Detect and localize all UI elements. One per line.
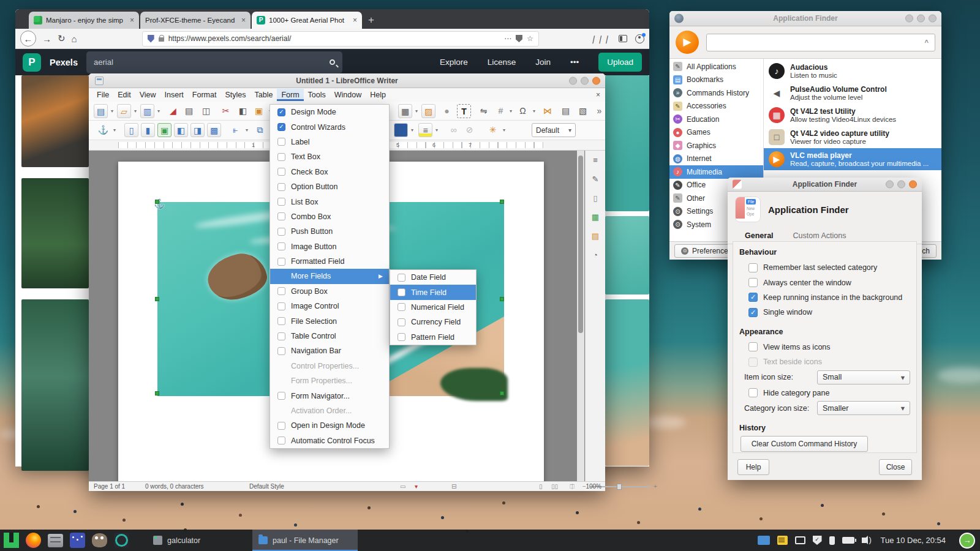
file-manager-launcher[interactable] bbox=[44, 530, 66, 551]
pagenum-dropdown-icon[interactable]: ▾ bbox=[507, 104, 514, 118]
sidebars-icon[interactable] bbox=[619, 35, 627, 42]
url-bar[interactable]: https://www.pexels.com/search/aerial/ ⋯ … bbox=[142, 31, 539, 47]
category-accessories[interactable]: ✎Accessories bbox=[669, 100, 763, 113]
insert-image-icon[interactable]: ▨ bbox=[421, 104, 435, 118]
book-view-icon[interactable]: ⊟ bbox=[451, 483, 456, 490]
category-icon-size-select[interactable]: Smaller▾ bbox=[817, 401, 910, 415]
paste-icon[interactable]: ▣ bbox=[252, 104, 266, 118]
menu-item-image-control[interactable]: Image Control bbox=[270, 299, 389, 313]
app-audacious[interactable]: ♪AudaciousListen to music bbox=[764, 60, 941, 82]
screenshot-launcher[interactable] bbox=[110, 530, 132, 551]
checkbox-hide-category-pane[interactable]: Hide category pane bbox=[739, 385, 910, 400]
tracking-shield-icon[interactable] bbox=[148, 35, 154, 43]
styles-deck-icon[interactable]: ▦ bbox=[592, 212, 599, 222]
photo-thumbnail[interactable] bbox=[605, 299, 649, 466]
book-mode-view-icon[interactable]: ⎅ bbox=[570, 483, 575, 490]
cut-icon[interactable]: ✂ bbox=[219, 104, 233, 118]
reload-button[interactable]: ↻ bbox=[58, 33, 66, 44]
app-qt-v4l2-capture[interactable]: □Qt V4L2 video capture utilityViewer for… bbox=[764, 126, 941, 148]
toolbar-overflow-icon[interactable]: » bbox=[592, 104, 606, 118]
anchor-dropdown-icon[interactable]: ▾ bbox=[111, 123, 118, 137]
category-all-applications[interactable]: ✎All Applications bbox=[669, 60, 763, 73]
menu-item-automatic-control-focus[interactable]: Automatic Control Focus bbox=[270, 433, 389, 448]
page-actions-icon[interactable]: ⋯ bbox=[504, 34, 511, 43]
formatting-marks-icon[interactable]: ⇋ bbox=[477, 104, 491, 118]
wrap-icon[interactable]: ⋈ bbox=[540, 104, 554, 118]
minimize-button[interactable] bbox=[905, 15, 913, 23]
save-icon[interactable]: ▥ bbox=[140, 104, 154, 118]
home-button[interactable]: ⌂ bbox=[72, 34, 77, 44]
wrap-ideal-icon[interactable]: ▣ bbox=[157, 123, 172, 137]
close-button[interactable] bbox=[592, 77, 600, 84]
menu-item-label-control[interactable]: Label bbox=[270, 135, 389, 149]
clone-dropdown-icon[interactable]: ▾ bbox=[500, 123, 508, 137]
item-icon-size-select[interactable]: Small▾ bbox=[817, 370, 910, 384]
gallery-deck-icon[interactable]: ▤ bbox=[592, 231, 599, 241]
text-box-icon[interactable]: T bbox=[457, 104, 471, 118]
border-color-icon[interactable] bbox=[394, 123, 408, 137]
photo-thumbnail[interactable] bbox=[21, 178, 89, 288]
menu-item-formatted-field[interactable]: Formatted Field bbox=[270, 254, 389, 269]
menu-item-group-box[interactable]: Group Box bbox=[270, 284, 389, 299]
menu-item-combo-box[interactable]: Combo Box bbox=[270, 209, 389, 224]
clone-formatting-icon[interactable]: ✳ bbox=[486, 123, 500, 137]
pexels-search-input[interactable]: aerial bbox=[86, 51, 342, 73]
security-shield-icon[interactable]: ✓ bbox=[813, 536, 822, 545]
menu-insert[interactable]: Insert bbox=[160, 89, 188, 101]
session-menu-button[interactable]: → bbox=[959, 533, 975, 549]
print-icon[interactable]: ▤ bbox=[182, 104, 196, 118]
nav-join[interactable]: Join bbox=[535, 58, 551, 67]
navigator-deck-icon[interactable]: ◔ bbox=[593, 250, 598, 260]
forward-button[interactable]: → bbox=[42, 34, 51, 44]
align-icon[interactable]: ⫦ bbox=[228, 123, 243, 137]
category-bookmarks[interactable]: ▤Bookmarks bbox=[669, 73, 763, 87]
zoom-percent[interactable]: 100% bbox=[586, 483, 601, 490]
menu-item-file-selection[interactable]: File Selection bbox=[270, 313, 389, 328]
url-text[interactable]: https://www.pexels.com/search/aerial/ bbox=[168, 34, 500, 43]
menu-item-design-mode[interactable]: Design Mode bbox=[270, 105, 389, 119]
close-button[interactable] bbox=[929, 15, 937, 23]
upload-button[interactable]: Upload bbox=[598, 53, 642, 72]
notes-tray-icon[interactable] bbox=[777, 536, 788, 545]
photo-thumbnail[interactable] bbox=[21, 75, 89, 167]
gimp-launcher[interactable] bbox=[88, 530, 110, 551]
footer-icon[interactable]: ▧ bbox=[576, 104, 590, 118]
menu-item-control-wizards[interactable]: Control Wizards bbox=[270, 119, 389, 134]
wrap-right-icon[interactable]: ◨ bbox=[190, 123, 205, 137]
insert-table-icon[interactable]: ▦ bbox=[398, 104, 412, 118]
menu-tools[interactable]: Tools bbox=[304, 89, 330, 101]
photo-thumbnail[interactable] bbox=[605, 216, 649, 294]
app-pulseaudio[interactable]: ◀PulseAudio Volume ControlAdjust the vol… bbox=[764, 82, 941, 104]
arrange-icon[interactable]: ⧉ bbox=[253, 123, 267, 137]
nav-license[interactable]: License bbox=[488, 58, 516, 67]
back-button[interactable]: ← bbox=[20, 31, 36, 47]
menu-item-image-button[interactable]: Image Button bbox=[270, 239, 389, 254]
tab-close-icon[interactable]: × bbox=[241, 16, 246, 24]
frame-style-combobox[interactable]: Default ▾ bbox=[532, 123, 576, 137]
clear-history-button[interactable]: Clear Custom Command History bbox=[741, 436, 868, 452]
account-icon[interactable] bbox=[635, 34, 644, 43]
resize-handle[interactable] bbox=[155, 297, 159, 301]
firefox-launcher[interactable] bbox=[22, 530, 44, 551]
minimize-button[interactable] bbox=[886, 181, 894, 189]
new-document-icon[interactable]: ▤ bbox=[94, 104, 108, 118]
category-commands-history[interactable]: »Commands History bbox=[669, 86, 763, 100]
menu-form[interactable]: Form bbox=[277, 89, 303, 101]
checkbox-center-window[interactable]: Always center the window bbox=[739, 275, 910, 290]
close-button[interactable] bbox=[909, 181, 917, 189]
checkbox[interactable] bbox=[748, 263, 758, 272]
new-dropdown-icon[interactable]: ▾ bbox=[108, 104, 116, 118]
checkbox-keep-running[interactable]: Keep running instance in the background bbox=[739, 290, 910, 305]
checkbox[interactable] bbox=[748, 293, 758, 302]
menu-format[interactable]: Format bbox=[188, 89, 221, 101]
nav-explore[interactable]: Explore bbox=[440, 58, 468, 67]
finder-search-input[interactable]: ^ bbox=[706, 34, 935, 51]
menu-item-form-navigator[interactable]: Form Navigator... bbox=[270, 388, 389, 403]
save-dropdown-icon[interactable]: ▾ bbox=[155, 104, 162, 118]
scrollbar-thumb[interactable] bbox=[578, 156, 583, 333]
resize-handle[interactable] bbox=[155, 391, 159, 395]
maximize-button[interactable] bbox=[897, 181, 905, 189]
wrap-left-icon[interactable]: ◧ bbox=[174, 123, 188, 137]
category-multimedia[interactable]: ♪Multimedia bbox=[669, 165, 763, 179]
menu-file[interactable]: File bbox=[92, 89, 113, 101]
